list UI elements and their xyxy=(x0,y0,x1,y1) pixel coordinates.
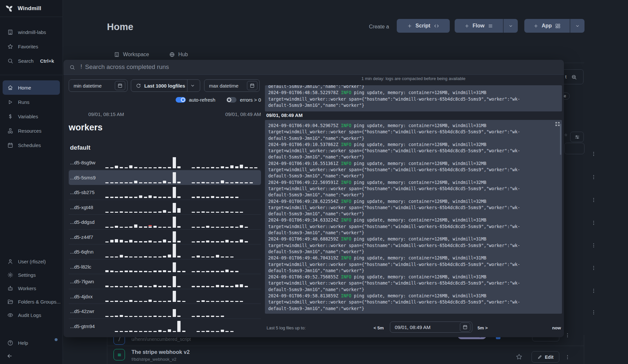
activity-bar xyxy=(173,291,176,302)
create-flow-button[interactable]: Flow xyxy=(455,19,503,33)
logfiles-select[interactable]: Last 1000 logfiles xyxy=(131,79,200,92)
sidebar-item-home[interactable]: Home xyxy=(3,80,60,95)
worker-row-d5-l82lc[interactable]: ...d5-l82lc xyxy=(69,259,261,274)
activity-bar xyxy=(144,271,147,272)
activity-bar xyxy=(201,331,205,332)
activity-bar xyxy=(163,316,166,317)
flow-title[interactable]: The stripe webhook v2 xyxy=(131,349,190,355)
edit-button[interactable]: Edit xyxy=(532,351,559,363)
sidebar-item-search[interactable]: SearchCtrl+k xyxy=(0,54,62,68)
expand-icon[interactable] xyxy=(555,122,560,126)
log-text: ping update, memory: container=126MB, wi… xyxy=(351,180,486,185)
tab-workspace[interactable]: Workspace xyxy=(114,52,149,58)
calendar-button[interactable] xyxy=(460,323,470,332)
kebab-menu-icon[interactable] xyxy=(565,331,570,339)
kebab-menu-icon[interactable] xyxy=(565,353,570,361)
sidebar-item-settings[interactable]: Settings xyxy=(0,268,62,282)
worker-row-d5-7lgwn[interactable]: ...d5-7lgwn xyxy=(69,274,261,289)
worker-row-d5-5sms9[interactable]: ...d5-5sms9 xyxy=(69,170,261,185)
flow-path[interactable]: f/bd/stripe_webhook_v2 xyxy=(131,357,176,362)
kebab-menu-icon[interactable] xyxy=(591,173,597,181)
activity-bar xyxy=(240,165,243,168)
now-button[interactable]: now xyxy=(552,323,561,333)
back-5m-button[interactable]: < 5m xyxy=(374,323,384,333)
activity-bar xyxy=(144,226,147,228)
app-dropdown-button[interactable] xyxy=(570,19,584,33)
activity-bar xyxy=(148,167,152,168)
min-datetime-input[interactable]: min datetime xyxy=(69,79,128,92)
kebab-menu-icon[interactable] xyxy=(591,287,597,295)
collapse-sidebar-icon[interactable] xyxy=(7,353,13,359)
kebab-menu-icon[interactable] xyxy=(591,150,597,158)
sidebar-item-user-rfiszel[interactable]: User (rfiszel) xyxy=(0,255,62,268)
activity-bar xyxy=(110,286,113,287)
calendar-icon xyxy=(250,83,255,88)
activity-bar xyxy=(158,330,162,332)
favorite-star-icon[interactable] xyxy=(515,353,523,360)
worker-row-d5-sb275[interactable]: ...d5-sb275 xyxy=(69,185,261,200)
max-datetime-input[interactable]: max datetime xyxy=(204,79,260,92)
activity-bar xyxy=(225,196,229,198)
sidebar-item-audit-logs[interactable]: Audit Logs xyxy=(0,308,62,322)
worker-row-d5-8sg9w[interactable]: ...d5-8sg9w xyxy=(69,155,261,170)
sidebar-item-folders-groups[interactable]: Folders & Groups... xyxy=(0,295,62,308)
create-app-button[interactable]: App xyxy=(524,19,570,33)
worker-row-d5-z44f7[interactable]: ...d5-z44f7 xyxy=(69,230,261,245)
worker-row-d5-xgt48[interactable]: ...d5-xgt48 xyxy=(69,200,261,215)
kebab-menu-icon[interactable] xyxy=(591,219,597,227)
runs-search-bar[interactable]: ! Search across completed runs xyxy=(63,60,564,75)
worker-row-d5-4jdxx[interactable]: ...d5-4jdxx xyxy=(69,289,261,304)
activity-bar xyxy=(235,212,238,213)
script-path[interactable]: u/henri/unencumbered_script xyxy=(131,337,191,342)
forward-5m-button[interactable]: 5m > xyxy=(478,323,488,333)
sidebar-item-variables[interactable]: Variables xyxy=(0,109,62,124)
activity-bar xyxy=(206,286,209,287)
sidebar-item-help[interactable]: Help xyxy=(0,336,62,350)
activity-bar xyxy=(230,212,234,213)
activity-bar xyxy=(163,256,166,257)
kebab-menu-icon[interactable] xyxy=(591,196,597,204)
log-text: ping update, memory: container=126MB, wi… xyxy=(351,199,486,204)
sidebar-item-schedules[interactable]: Schedules xyxy=(0,138,62,152)
scrollbar[interactable] xyxy=(560,124,561,155)
log-block-current[interactable]: 2024-09-01T06:49:04.529675Z INFO ping up… xyxy=(265,120,562,314)
home-icon xyxy=(7,85,13,91)
errors-toggle[interactable] xyxy=(226,97,236,103)
calendar-button[interactable] xyxy=(247,81,257,90)
activity-bar xyxy=(168,301,171,302)
worker-row-d5-42zwr[interactable]: ...d5-42zwr xyxy=(69,304,261,319)
filter-sliders-button[interactable] xyxy=(570,132,584,142)
log-level: INFO xyxy=(341,142,351,147)
worker-row-d5-6qfnn[interactable]: ...d5-6qfnn xyxy=(69,244,261,259)
tab-hub[interactable]: Hub xyxy=(169,52,188,58)
auto-refresh-toggle[interactable] xyxy=(176,97,186,103)
create-script-button[interactable]: Script xyxy=(397,19,450,33)
sidebar-item-workers[interactable]: Workers xyxy=(0,282,62,295)
log-level: INFO xyxy=(341,199,351,204)
log-datetime-input[interactable]: 09/01, 08:49 AM xyxy=(390,322,472,333)
activity-bar xyxy=(211,196,214,198)
sidebar-item-resources[interactable]: Resources xyxy=(0,124,62,138)
log-block-previous[interactable]: default-5sms9-Jmn1G","name":"worker"}202… xyxy=(265,85,562,111)
worker-name: ...d5-8sg9w xyxy=(70,155,96,170)
calendar-button[interactable] xyxy=(115,81,125,90)
flow-dropdown-button[interactable] xyxy=(503,19,518,33)
activity-bar xyxy=(216,167,219,168)
kebab-menu-icon[interactable] xyxy=(591,308,597,316)
worker-row-d5-ddgsd[interactable]: ...d5-ddgsd xyxy=(69,215,261,230)
log-text: ping update, memory: container=126MB, wi… xyxy=(351,142,486,147)
kebab-menu-icon[interactable] xyxy=(591,264,597,272)
chevron-down-icon[interactable] xyxy=(190,83,195,88)
activity-bar xyxy=(134,224,137,228)
worker-row-d5-gtm94[interactable]: ...d5-gtm94 xyxy=(69,319,261,334)
activity-bar xyxy=(125,256,128,257)
activity-bar xyxy=(211,271,214,272)
activity-bar xyxy=(129,240,132,242)
sidebar-item-runs[interactable]: Runs xyxy=(0,95,62,109)
activity-bar xyxy=(201,256,205,257)
sidebar-item-favorites[interactable]: Favorites xyxy=(0,39,62,54)
app-logo[interactable]: Windmill xyxy=(0,0,62,17)
kebab-menu-icon[interactable] xyxy=(591,241,597,249)
log-text: default-5sms9-Jmn1G","name":"worker"} xyxy=(268,249,364,254)
sidebar-item-windmill-labs[interactable]: windmill-labs xyxy=(0,25,62,39)
